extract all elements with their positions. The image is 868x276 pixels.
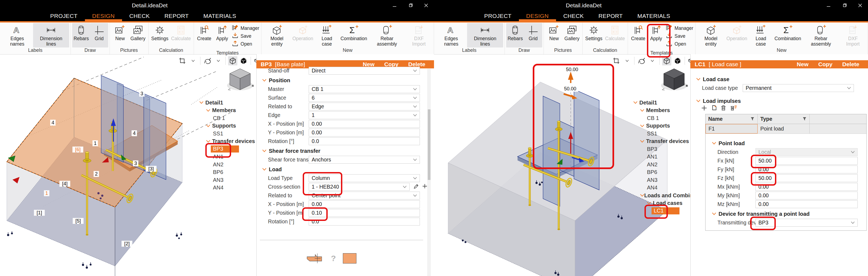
input-7[interactable]: 0.00 xyxy=(309,129,420,136)
ribbon-button-edges-names[interactable]: AEdges names xyxy=(1,23,33,48)
tree-item-loads-and-combin-[interactable]: Loads and Combin... xyxy=(633,192,690,200)
tree-item-bp3[interactable]: BP3 xyxy=(633,145,690,153)
ribbon-button-picture-new[interactable]: New xyxy=(111,23,129,48)
ribbon-button-calculate[interactable]: +−×÷Calculate xyxy=(604,23,626,48)
ribbon-button-template-apply[interactable]: Apply xyxy=(213,23,231,50)
ribbon-button-template-apply[interactable]: Apply xyxy=(647,23,665,50)
input-15[interactable]: 0.00 xyxy=(309,200,420,208)
ribbon-button-template-manager[interactable]: Manager xyxy=(665,24,693,32)
ribbon-button-template-save[interactable]: Save xyxy=(231,32,259,40)
tree-item-bp6[interactable]: BP6 xyxy=(199,168,256,176)
add-impulse-icon[interactable] xyxy=(701,105,707,112)
ribbon-button-calculate[interactable]: +−×÷Calculate xyxy=(170,23,192,48)
tree-chevron-icon[interactable] xyxy=(640,109,646,112)
tree-item-detail1[interactable]: Detail1 xyxy=(633,99,690,106)
section-chevron-icon[interactable] xyxy=(262,168,267,171)
input-5[interactable]: 0.00 xyxy=(755,183,858,191)
ribbon-button-gallery[interactable]: Gallery xyxy=(129,23,147,48)
tree-chevron-icon[interactable] xyxy=(640,125,646,127)
tree-item-an2[interactable]: AN2 xyxy=(633,161,690,168)
dropdown-14[interactable]: Center point xyxy=(309,192,420,200)
tree-item-an1[interactable]: AN1 xyxy=(199,153,256,161)
tree-chevron-icon[interactable] xyxy=(206,109,212,112)
menu-tab-materials[interactable]: MATERIALS xyxy=(630,11,678,21)
ribbon-button-combination[interactable]: ΣCombination xyxy=(339,23,368,48)
dropdown-4[interactable]: Edge xyxy=(309,102,420,111)
ribbon-button-dimension-lines[interactable]: Dimension lines xyxy=(33,23,69,48)
column-header-type[interactable]: Type xyxy=(760,116,772,122)
restore-button[interactable] xyxy=(403,0,418,11)
input-6[interactable]: 0.00 xyxy=(755,192,858,200)
ribbon-button-operation[interactable]: Operation xyxy=(291,23,315,48)
minimize-button[interactable] xyxy=(387,0,403,11)
input-3[interactable]: 0.00 xyxy=(755,165,858,174)
tree-item-an3[interactable]: AN3 xyxy=(633,176,690,184)
tree-item-detail1[interactable]: Detail1 xyxy=(199,99,256,106)
column-header-name[interactable]: Name xyxy=(708,116,723,122)
ribbon-button-template-create[interactable]: Create xyxy=(195,23,213,50)
tree-item-an4[interactable]: AN4 xyxy=(633,184,690,192)
minimize-button[interactable] xyxy=(821,0,837,11)
ribbon-button-edges-names[interactable]: AEdges names xyxy=(435,23,467,48)
input-8[interactable]: 0.0 xyxy=(309,137,420,145)
tree-item-transfer-devices[interactable]: Transfer devices xyxy=(199,137,256,146)
input-16[interactable]: 0.10 xyxy=(309,209,420,217)
ribbon-button-dxf-import[interactable]: DXFDXF Import xyxy=(839,23,866,48)
input-4[interactable]: 50.00 xyxy=(755,174,858,182)
close-button[interactable] xyxy=(418,0,434,11)
ribbon-button-template-open[interactable]: Open xyxy=(665,40,693,48)
solid-view-icon[interactable] xyxy=(673,56,682,65)
ribbon-button-rebar-assembly[interactable]: Rebar assembly xyxy=(802,23,839,48)
ribbon-button-grid[interactable]: Grid xyxy=(524,23,542,48)
delete-button[interactable]: Delete xyxy=(842,61,859,68)
input-2[interactable]: 50.00 xyxy=(755,157,858,165)
restore-button[interactable] xyxy=(837,0,852,11)
section-chevron-icon[interactable] xyxy=(262,79,267,82)
ribbon-button-rebar-assembly[interactable]: Rebar assembly xyxy=(368,23,405,48)
menu-tab-report[interactable]: REPORT xyxy=(157,11,196,21)
ribbon-button-template-create[interactable]: Create xyxy=(629,23,647,50)
tree-item-cb-1[interactable]: CB 1 xyxy=(633,114,690,122)
input-7[interactable]: 0.00 xyxy=(755,200,858,208)
menu-tab-design[interactable]: DESIGN xyxy=(85,11,122,21)
close-button[interactable] xyxy=(852,0,868,11)
tree-chevron-icon[interactable] xyxy=(640,194,644,197)
impulse-name-cell[interactable]: F1 xyxy=(706,124,757,133)
menu-tab-materials[interactable]: MATERIALS xyxy=(196,11,244,21)
tree-item-bp6[interactable]: BP6 xyxy=(633,168,690,176)
dropdown-13[interactable]: 1 - HEB240 xyxy=(309,183,410,191)
new-button[interactable]: New xyxy=(797,61,808,68)
dropdown-5[interactable]: 1 xyxy=(309,111,420,119)
tree-item-ss1[interactable]: SS1 xyxy=(199,130,256,137)
rotate-view-icon[interactable] xyxy=(203,56,212,65)
tree-item-members[interactable]: Members xyxy=(633,106,690,115)
tree-chevron-icon[interactable] xyxy=(633,101,639,104)
section-chevron-icon[interactable] xyxy=(696,78,701,81)
tree-item-load-cases[interactable]: Load cases xyxy=(633,200,690,207)
tree-chevron-icon[interactable] xyxy=(206,125,212,127)
crop-view-icon[interactable] xyxy=(612,56,621,65)
crop-dropdown-chevron-icon[interactable] xyxy=(188,56,198,65)
panel-scrollbar[interactable] xyxy=(427,69,431,276)
ribbon-button-settings[interactable]: </>Settings xyxy=(150,23,170,48)
add-cross-section-icon[interactable] xyxy=(422,183,428,190)
ribbon-button-operation[interactable]: Operation xyxy=(725,23,749,48)
tree-item-cb-1[interactable]: CB 1 xyxy=(199,114,256,122)
delete-impulse-icon[interactable] xyxy=(720,105,727,112)
copy-button[interactable]: Copy xyxy=(818,61,833,68)
ribbon-button-rebars[interactable]: Rebars xyxy=(506,23,524,48)
input-17[interactable]: 0.0 xyxy=(309,218,420,225)
menu-tab-project[interactable]: PROJECT xyxy=(477,11,519,21)
menu-tab-project[interactable]: PROJECT xyxy=(43,11,85,21)
ribbon-button-picture-new[interactable]: New xyxy=(545,23,563,48)
tree-item-an4[interactable]: AN4 xyxy=(199,184,256,192)
table-row[interactable]: F1 Point load xyxy=(706,124,866,134)
section-chevron-icon[interactable] xyxy=(712,213,716,215)
dropdown-1[interactable]: Permanent xyxy=(743,84,854,92)
edit-pencil-icon[interactable] xyxy=(413,183,420,190)
ribbon-button-load-case[interactable]: Load case xyxy=(315,23,339,48)
tree-item-an2[interactable]: AN2 xyxy=(199,161,256,168)
ribbon-button-template-manager[interactable]: Manager xyxy=(231,24,259,32)
menu-tab-report[interactable]: REPORT xyxy=(591,11,630,21)
wireframe-view-icon[interactable] xyxy=(662,56,671,65)
